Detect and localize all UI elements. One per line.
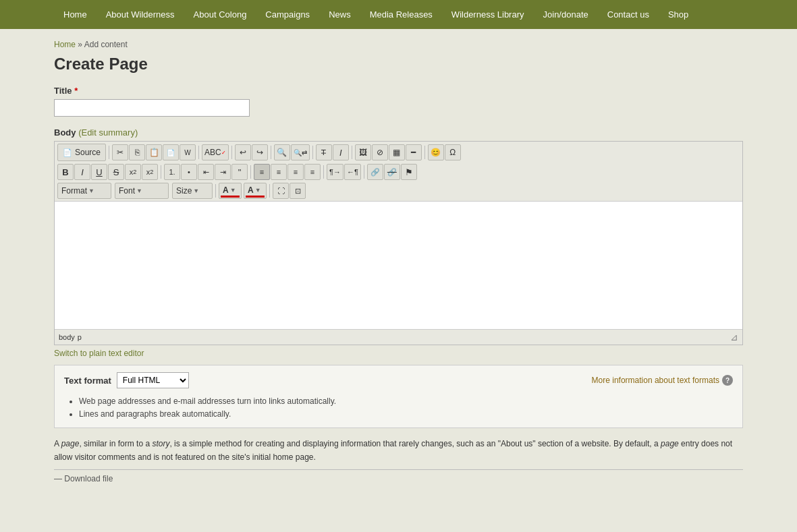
nav-join-donate[interactable]: Join/donate — [534, 0, 598, 29]
image-button[interactable]: 🖼 — [355, 144, 371, 160]
remove-format-button[interactable]: T̶ — [316, 144, 332, 160]
toolbar-sep-12 — [215, 184, 216, 198]
info-icon: ? — [722, 375, 733, 386]
download-file-label: — Download file — [54, 469, 743, 483]
format-dropdown[interactable]: Format ▼ — [57, 183, 111, 199]
page-title: Create Page — [54, 55, 743, 73]
font-dropdown[interactable]: Font ▼ — [115, 183, 169, 199]
blockquote-button[interactable]: " — [231, 164, 248, 180]
nav-about-wilderness[interactable]: About Wilderness — [97, 0, 184, 29]
undo-button[interactable]: ↩ — [235, 144, 251, 160]
text-format-box: Text format Filtered HTML Full HTML Plai… — [54, 365, 743, 428]
nav-campaigns[interactable]: Campaigns — [256, 0, 319, 29]
spellcheck-button[interactable]: ABC✓ — [202, 144, 229, 160]
outdent-button[interactable]: ⇤ — [198, 164, 214, 180]
editor-wrap: 📄 Source ✂ ⎘ 📋 📄 W ABC — [54, 141, 743, 345]
breadcrumb-current: Add content — [84, 40, 128, 49]
editor-status-path: body p — [59, 333, 82, 341]
text-format-select[interactable]: Filtered HTML Full HTML Plain text — [117, 372, 189, 388]
underline-button[interactable]: U — [91, 164, 107, 180]
align-center-button[interactable]: ≡ — [271, 164, 287, 180]
table-button[interactable]: ▦ — [389, 144, 405, 160]
bold-button[interactable]: B — [57, 164, 74, 180]
nav-news[interactable]: News — [319, 0, 360, 29]
size-dropdown-arrow: ▼ — [193, 187, 199, 194]
nav-contact-us[interactable]: Contact us — [598, 0, 659, 29]
breadcrumb-home[interactable]: Home — [54, 40, 76, 49]
bg-color-button[interactable]: A ▼ — [244, 183, 267, 199]
paste-button[interactable]: 📋 — [146, 144, 162, 160]
unordered-list-button[interactable]: • — [181, 164, 197, 180]
fit-button[interactable]: ⊡ — [290, 183, 306, 199]
bg-color-arrow: ▼ — [255, 187, 261, 194]
format-hints-list: Web page addresses and e-mail addresses … — [64, 395, 733, 421]
ordered-list-button[interactable]: 1. — [164, 164, 180, 180]
toolbar-sep-10 — [323, 165, 324, 179]
size-dropdown[interactable]: Size ▼ — [172, 183, 213, 199]
horizontal-rule-button[interactable]: ━ — [406, 144, 422, 160]
nav-media-releases[interactable]: Media Releases — [360, 0, 442, 29]
toolbar-sep-3 — [231, 146, 232, 159]
copy-button[interactable]: ⎘ — [129, 144, 145, 160]
title-input[interactable] — [54, 99, 250, 117]
maximize-button[interactable]: ⛶ — [273, 183, 289, 199]
more-info-link[interactable]: More information about text formats ? — [592, 375, 733, 386]
text-dir-rtl-button[interactable]: ←¶ — [344, 164, 361, 180]
toolbar-row-2: B I U S x2 x2 1. • ⇤ ⇥ " ≡ ≡ — [57, 164, 740, 180]
find-replace-button[interactable]: 🔍⇄ — [291, 144, 310, 160]
edit-summary-link[interactable]: (Edit summary) — [78, 127, 138, 138]
title-field-label: Title * — [54, 86, 743, 96]
title-field-group: Title * — [54, 86, 743, 117]
paste-text-button[interactable]: 📄 — [163, 144, 179, 160]
indent-button[interactable]: ⇥ — [215, 164, 231, 180]
nav-about-colong[interactable]: About Colong — [184, 0, 256, 29]
toolbar-row-1: 📄 Source ✂ ⎘ 📋 📄 W ABC — [57, 144, 740, 161]
font-color-arrow: ▼ — [230, 187, 236, 194]
breadcrumb: Home » Add content — [54, 40, 743, 49]
source-icon: 📄 — [63, 148, 72, 157]
editor-area[interactable] — [55, 202, 742, 330]
text-format-label: Text format — [64, 376, 111, 386]
toolbar-row-3: Format ▼ Font ▼ Size ▼ A ▼ — [57, 183, 740, 199]
find-button[interactable]: 🔍 — [274, 144, 290, 160]
anchor-button[interactable]: ⚑ — [401, 164, 417, 180]
cut-button[interactable]: ✂ — [112, 144, 128, 160]
superscript-button[interactable]: x2 — [142, 164, 158, 180]
switch-to-plain-text-link[interactable]: Switch to plain text editor — [54, 349, 743, 358]
toolbar-sep-7 — [424, 146, 425, 159]
strikethrough-button[interactable]: S — [108, 164, 124, 180]
toolbar-sep-5 — [312, 146, 313, 159]
italic-format-button[interactable]: I — [333, 144, 349, 160]
align-right-button[interactable]: ≡ — [287, 164, 304, 180]
font-color-button[interactable]: A ▼ — [219, 183, 242, 199]
text-dir-ltr-button[interactable]: ¶→ — [327, 164, 343, 180]
resize-handle[interactable]: ⊿ — [730, 332, 738, 343]
redo-button[interactable]: ↪ — [252, 144, 268, 160]
italic-button[interactable]: I — [74, 164, 90, 180]
smiley-button[interactable]: 😊 — [428, 144, 444, 160]
align-left-button[interactable]: ≡ — [254, 164, 270, 180]
required-star: * — [74, 86, 78, 96]
format-dropdown-arrow: ▼ — [88, 187, 94, 194]
subscript-button[interactable]: x2 — [125, 164, 141, 180]
body-field-group: Body (Edit summary) 📄 Source ✂ ⎘ 📋 — [54, 127, 743, 428]
page-description: A page, similar in form to a story, is a… — [54, 438, 743, 463]
unlink-button[interactable]: 🔗 — [384, 164, 400, 180]
body-field-label: Body (Edit summary) — [54, 127, 743, 138]
flash-button[interactable]: ⊘ — [372, 144, 388, 160]
toolbar-sep-13 — [269, 184, 270, 198]
source-button[interactable]: 📄 Source — [57, 144, 106, 161]
toolbar-sep-9 — [250, 165, 251, 179]
toolbar-sep-8 — [161, 165, 161, 179]
nav-wilderness-library[interactable]: Wilderness Library — [442, 0, 534, 29]
text-format-row: Text format Filtered HTML Full HTML Plai… — [64, 372, 733, 388]
format-hint-2: Lines and paragraphs break automatically… — [79, 408, 733, 421]
toolbar-sep-4 — [271, 146, 271, 159]
font-dropdown-arrow: ▼ — [136, 187, 142, 194]
nav-shop[interactable]: Shop — [659, 0, 698, 29]
align-justify-button[interactable]: ≡ — [304, 164, 321, 180]
link-button[interactable]: 🔗 — [367, 164, 383, 180]
paste-word-button[interactable]: W — [180, 144, 196, 160]
nav-home[interactable]: Home — [54, 0, 97, 29]
special-char-button[interactable]: Ω — [445, 144, 461, 160]
